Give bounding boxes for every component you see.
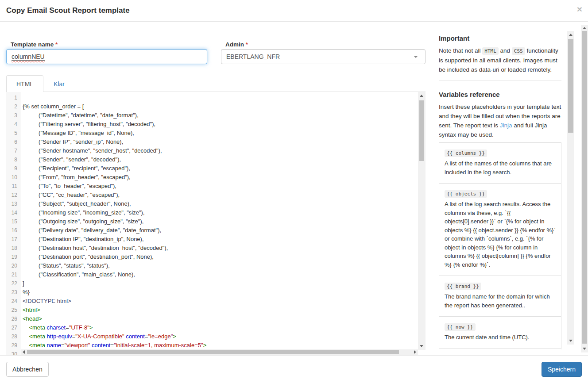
code-line: ("Destination port", "destination_port",… — [23, 253, 418, 261]
important-heading: Important — [439, 34, 561, 42]
code-line: ("CC", "cc_header", "escaped"), — [23, 191, 418, 199]
code-editor[interactable]: 1234567891011121314151617181920212223242… — [6, 92, 426, 355]
chevron-down-icon — [414, 56, 418, 58]
scroll-up-arrow-icon[interactable] — [569, 34, 573, 36]
scroll-down-arrow-icon[interactable] — [583, 348, 586, 350]
line-number: 5 — [6, 129, 20, 138]
template-name-label: Template name * — [11, 41, 58, 48]
line-number: 11 — [6, 182, 20, 191]
scrollbar-thumb[interactable] — [582, 31, 587, 344]
scroll-down-arrow-icon[interactable] — [569, 340, 573, 342]
admin-select[interactable]: EBERTLANG_NFR — [221, 49, 426, 64]
required-asterisk: * — [55, 41, 58, 48]
line-number: 22 — [6, 279, 20, 288]
inline-code-badge: CSS — [512, 47, 525, 55]
line-number: 2 — [6, 102, 20, 111]
line-number: 26 — [6, 314, 20, 323]
template-name-input[interactable]: columnNEU — [6, 49, 207, 64]
line-number: 19 — [6, 253, 20, 261]
code-line: ("Recipient", "recipient", "escaped"), — [23, 164, 418, 173]
code-line: ("Sender hostname", "sender_host", "deco… — [23, 146, 418, 155]
line-number: 27 — [6, 323, 20, 332]
variables-intro: Insert these placeholders in your templa… — [439, 102, 561, 139]
variable-badge: {{ now }} — [445, 323, 476, 331]
code-line: ("From", "from_header", "escaped"), — [23, 173, 418, 182]
line-number: 1 — [6, 93, 20, 102]
variables-list: {{ columns }}A list of the names of the … — [439, 142, 561, 349]
code-line: ("Message ID", "message_id", None), — [23, 129, 418, 138]
code-line: <head> — [23, 314, 418, 323]
close-icon: × — [577, 4, 582, 14]
code-line: ("Sender IP", "sender_ip", None), — [23, 138, 418, 146]
help-sidebar: Important Note that not all HTML and CSS… — [439, 25, 561, 349]
close-button[interactable]: × — [577, 4, 582, 14]
code-line: <!DOCTYPE html> — [23, 297, 418, 306]
line-number: 29 — [6, 341, 20, 350]
line-number: 20 — [6, 261, 20, 270]
tab-html[interactable]: HTML — [6, 75, 43, 93]
line-number: 23 — [6, 288, 20, 297]
editor-tabs: HTMLKlar — [6, 75, 426, 92]
footer-divider — [0, 355, 588, 356]
editor-horizontal-scrollbar[interactable] — [21, 349, 418, 355]
scroll-down-arrow-icon[interactable] — [420, 345, 423, 347]
variable-description: The current date and time (UTC). — [445, 333, 556, 342]
modal-scrollbar[interactable] — [581, 25, 588, 352]
code-line: ("Filtering server", "filtering_host", "… — [23, 120, 418, 129]
code-line: ("Status", "status", "status"), — [23, 261, 418, 270]
cancel-button[interactable]: Abbrechen — [6, 362, 49, 377]
sidebar-scrollbar[interactable] — [567, 31, 574, 345]
line-number: 7 — [6, 146, 20, 155]
jinja-link[interactable]: Jinja — [500, 122, 512, 129]
admin-label: Admin * — [225, 41, 248, 48]
scroll-up-arrow-icon[interactable] — [420, 95, 423, 97]
line-number: 14 — [6, 208, 20, 217]
line-number: 25 — [6, 306, 20, 314]
code-lines[interactable]: {% set column_order = [ ("Datetime", "da… — [21, 92, 418, 349]
code-line: ("Classification", "main_class", None), — [23, 270, 418, 279]
code-line: ("Datetime", "datetime", "date_format"), — [23, 111, 418, 120]
scroll-up-arrow-icon[interactable] — [583, 27, 586, 29]
variable-entry: {{ now }}The current date and time (UTC)… — [439, 316, 561, 349]
variable-entry: {{ columns }}A list of the names of the … — [439, 143, 561, 183]
line-number: 9 — [6, 164, 20, 173]
line-number: 21 — [6, 270, 20, 279]
variables-heading: Variables reference — [439, 91, 561, 98]
line-number: 18 — [6, 244, 20, 253]
variable-badge: {{ columns }} — [445, 149, 487, 157]
important-text: Note that not all HTML and CSS functiona… — [439, 46, 561, 74]
line-number: 13 — [6, 199, 20, 208]
scrollbar-thumb[interactable] — [419, 100, 424, 161]
inline-code-badge: HTML — [482, 47, 499, 55]
scroll-left-arrow-icon[interactable] — [23, 350, 25, 354]
code-line: ] — [23, 279, 418, 288]
modal-header: Copy Email Scout Report template × — [0, 0, 588, 22]
admin-selected-value: EBERTLANG_NFR — [226, 53, 280, 60]
variable-description: A list of the log search results. Access… — [445, 200, 556, 269]
code-line: %} — [23, 288, 418, 297]
template-name-value: columnNEU — [12, 53, 45, 61]
code-line: <meta http-equiv="X-UA-Compatible" conte… — [23, 332, 418, 341]
line-number: 15 — [6, 217, 20, 226]
tab-klar[interactable]: Klar — [43, 75, 75, 93]
line-number: 16 — [6, 226, 20, 235]
scrollbar-thumb[interactable] — [27, 350, 399, 354]
scroll-right-arrow-icon[interactable] — [414, 350, 416, 354]
line-number: 28 — [6, 332, 20, 341]
line-number: 4 — [6, 120, 20, 129]
variable-description: The brand name for the domain for which … — [445, 292, 556, 310]
code-line: <html> — [23, 306, 418, 314]
variable-entry: {{ brand }}The brand name for the domain… — [439, 276, 561, 316]
variable-description: A list of the names of the columns that … — [445, 159, 556, 176]
gutter: 1234567891011121314151617181920212223242… — [6, 92, 20, 355]
code-line: ("Delivery date", "delivery_date", "date… — [23, 226, 418, 235]
scrollbar-thumb[interactable] — [568, 39, 573, 133]
code-line: ("Destination host", "destination_host",… — [23, 244, 418, 253]
editor-vertical-scrollbar[interactable] — [418, 92, 426, 350]
save-button[interactable]: Speichern — [542, 362, 582, 377]
code-line: ("Destination IP", "destination_ip", Non… — [23, 235, 418, 244]
line-number: 3 — [6, 111, 20, 120]
line-number: 17 — [6, 235, 20, 244]
line-number: 24 — [6, 297, 20, 306]
code-line: <meta charset="UTF-8"> — [23, 323, 418, 332]
